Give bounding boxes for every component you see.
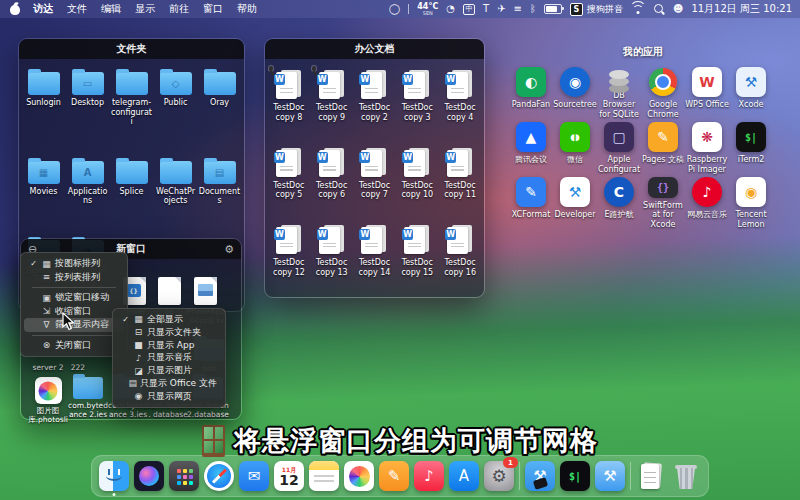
folder-item[interactable]: ▭Desktop bbox=[66, 68, 109, 150]
dock-finder[interactable] bbox=[99, 461, 129, 491]
app-item[interactable]: ▢Apple Configurat bbox=[597, 122, 641, 174]
doc-item[interactable]: WTestDoc copy 6 bbox=[311, 146, 353, 217]
submenu-item[interactable]: ♪只显示音乐 bbox=[116, 351, 222, 364]
folder-item[interactable]: ▦Movies bbox=[22, 157, 65, 229]
search-icon[interactable] bbox=[653, 3, 665, 15]
dock-mail[interactable]: ✉ bbox=[239, 461, 269, 491]
dock-calendar[interactable]: 11月12 bbox=[274, 461, 304, 491]
submenu-item[interactable]: ▤只显示 Office 文件 bbox=[116, 377, 222, 390]
folders-window-titlebar[interactable]: 文件夹 bbox=[19, 39, 244, 59]
bluetooth-icon[interactable]: ᛒ bbox=[530, 4, 536, 14]
dock-system-settings[interactable]: ⚙1 bbox=[484, 461, 514, 491]
app-item[interactable]: ▲腾讯会议 bbox=[509, 122, 553, 174]
folder-item[interactable]: Oray bbox=[198, 68, 241, 150]
user-icon[interactable]: ☻ bbox=[673, 4, 683, 14]
folder-item[interactable]: ▤Documents bbox=[198, 157, 241, 229]
context-menu-item[interactable]: ≡按列表排列 bbox=[24, 271, 124, 285]
doc-item[interactable]: WTestDoc copy 13 bbox=[311, 223, 353, 294]
app-item[interactable]: CE路护航 bbox=[597, 177, 641, 229]
dock-trash[interactable] bbox=[671, 461, 701, 491]
sogou-input-indicator[interactable]: S 搜狗拼音 bbox=[570, 3, 623, 16]
app-item[interactable]: Google Chrome bbox=[641, 67, 685, 119]
app-item[interactable]: {}SwiftFormat for Xcode bbox=[641, 177, 685, 229]
app-item[interactable]: ◉Sourcetree bbox=[553, 67, 597, 119]
wifi-icon[interactable] bbox=[631, 4, 645, 15]
folder-item[interactable]: telegram-configurati bbox=[110, 68, 153, 150]
doc-item[interactable]: WTestDoc copy 3 bbox=[396, 68, 438, 139]
doc-item[interactable]: WTestDoc copy 15 bbox=[396, 223, 438, 294]
menubar-menu-6[interactable]: 窗口 bbox=[196, 2, 230, 16]
menubar-clock[interactable]: 11月12日 周三 10:21 bbox=[691, 2, 792, 16]
dock-xcode-archive[interactable]: ⚒ bbox=[525, 461, 555, 491]
app-item[interactable]: $|iTerm2 bbox=[729, 122, 773, 174]
clothes-icon[interactable]: T bbox=[483, 4, 489, 14]
temperature-widget[interactable]: 44°C SEN bbox=[417, 3, 438, 16]
submenu-item[interactable]: ◪只显示图片 bbox=[116, 364, 222, 377]
app-item[interactable]: WWPS Office bbox=[685, 67, 729, 119]
doc-item[interactable]: WTestDoc copy 12 bbox=[268, 223, 310, 294]
dock-xcode[interactable]: ⚒ bbox=[595, 461, 625, 491]
menubar-menu-2[interactable]: 文件 bbox=[60, 2, 94, 16]
app-item[interactable]: ❋Raspberry Pi Imager bbox=[685, 122, 729, 174]
layers-icon[interactable]: ≡ bbox=[514, 4, 522, 14]
folder-item[interactable]: AApplications bbox=[66, 157, 109, 229]
doc-item[interactable]: WTestDoc copy 2 bbox=[354, 68, 396, 139]
dock-app-store[interactable]: A bbox=[449, 461, 479, 491]
dock-siri[interactable] bbox=[134, 461, 164, 491]
dock-documents-stack[interactable] bbox=[636, 461, 666, 491]
app-item[interactable]: ✎Pages 文稿 bbox=[641, 122, 685, 174]
menubar-menu-4[interactable]: 显示 bbox=[128, 2, 162, 16]
dock-launchpad[interactable] bbox=[169, 461, 199, 491]
menubar-menu-7[interactable]: 帮助 bbox=[230, 2, 264, 16]
app-item[interactable]: ◖◗微信 bbox=[553, 122, 597, 174]
dock-safari[interactable] bbox=[204, 461, 234, 491]
ring-icon[interactable]: ◯ bbox=[389, 4, 400, 14]
app-item[interactable]: ◐PandaFan bbox=[509, 67, 553, 119]
gear-icon[interactable]: ⚙ bbox=[224, 239, 234, 259]
menubar-menu-1[interactable]: 访达 bbox=[26, 2, 60, 16]
doc-item[interactable]: WTestDoc copy 11 bbox=[439, 146, 481, 217]
doc-item[interactable]: WTestDoc copy 9 bbox=[311, 68, 353, 139]
new-window-item[interactable]: 图片图库.photosli bbox=[27, 377, 69, 424]
context-menu-item[interactable]: ⊗关闭窗口 bbox=[24, 339, 124, 353]
doc-item[interactable]: WTestDoc copy 16 bbox=[439, 223, 481, 294]
doc-item[interactable]: WTestDoc copy 5 bbox=[268, 146, 310, 217]
submenu-item[interactable]: ⊟只显示文件夹 bbox=[116, 326, 222, 339]
context-menu-item[interactable]: ✓▦按图标排列 bbox=[24, 257, 124, 271]
docs-window-titlebar[interactable]: 办公文档 bbox=[265, 39, 484, 59]
dock-photos[interactable] bbox=[344, 461, 374, 491]
input-source-icon[interactable]: 中 bbox=[463, 4, 475, 15]
doc-item[interactable]: WTestDoc copy 10 bbox=[396, 146, 438, 217]
dock-music[interactable]: ♪ bbox=[414, 461, 444, 491]
menubar-menu-3[interactable]: 编辑 bbox=[94, 2, 128, 16]
app-item[interactable]: ⚒Developer bbox=[553, 177, 597, 229]
dock-notes[interactable] bbox=[309, 461, 339, 491]
battery-icon[interactable] bbox=[544, 4, 562, 14]
menubar-menu-5[interactable]: 前往 bbox=[162, 2, 196, 16]
submenu-item[interactable]: ✓▦全部显示 bbox=[116, 313, 222, 326]
folder-item[interactable]: ◇Public bbox=[154, 68, 197, 150]
dock-iterm2[interactable]: $| bbox=[560, 461, 590, 491]
apple-logo-icon[interactable] bbox=[10, 3, 20, 15]
folder-item[interactable]: WeChatProjects bbox=[154, 157, 197, 229]
app-item[interactable]: ◉Tencent Lemon bbox=[729, 177, 773, 229]
doc-item[interactable]: WTestDoc copy 8 bbox=[268, 68, 310, 139]
app-item[interactable]: ✎XCFormat bbox=[509, 177, 553, 229]
dock-pages[interactable]: ✎ bbox=[379, 461, 409, 491]
doc-item[interactable]: WTestDoc copy 14 bbox=[354, 223, 396, 294]
submenu-item[interactable]: ◉只显示网页 bbox=[116, 390, 222, 403]
context-menu-item[interactable]: ▣锁定窗口移动 bbox=[24, 291, 124, 305]
timer-icon[interactable]: ◔ bbox=[446, 4, 455, 14]
app-item[interactable]: DB Browser for SQLite bbox=[597, 67, 641, 119]
folder-item[interactable]: Splice bbox=[110, 157, 153, 229]
doc-item[interactable]: WTestDoc copy 7 bbox=[354, 146, 396, 217]
folder-item[interactable]: Sunlogin bbox=[22, 68, 65, 150]
app-item[interactable]: ♪网易云音乐 bbox=[685, 177, 729, 229]
submenu-item[interactable]: ■只显示 App bbox=[116, 339, 222, 352]
app-item[interactable]: ⚒Xcode bbox=[729, 67, 773, 119]
folder-glyph: A bbox=[84, 167, 92, 178]
new-window-item[interactable]: com.byted ance 2.ies bbox=[67, 377, 109, 419]
item-label: WeChatProjects bbox=[154, 187, 197, 206]
doc-item[interactable]: WTestDoc copy 4 bbox=[439, 68, 481, 139]
rocket-icon[interactable]: ✈ bbox=[497, 4, 505, 14]
